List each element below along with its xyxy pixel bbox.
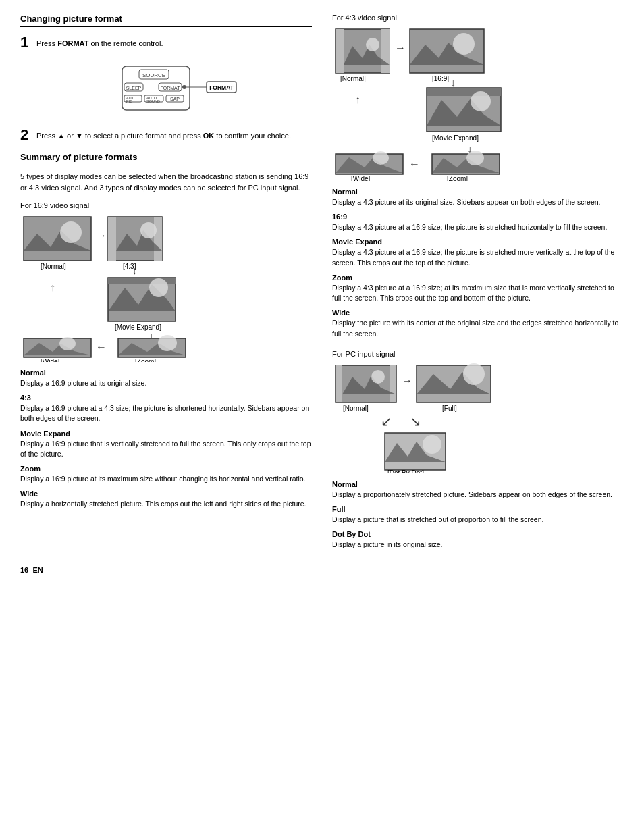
desc-169-wide: Wide Display a horizontally stretched pi… bbox=[20, 490, 312, 509]
diagram-pc-svg: [Normal] → [Full] ↙ ↘ [Dot By Dot] bbox=[332, 362, 521, 473]
svg-rect-75 bbox=[336, 365, 396, 402]
svg-point-68 bbox=[373, 151, 389, 165]
svg-text:[Wide]: [Wide] bbox=[351, 175, 371, 181]
svg-text:[Dot By Dot]: [Dot By Dot] bbox=[387, 469, 424, 473]
svg-rect-26 bbox=[154, 217, 162, 261]
page-number: 16 EN bbox=[20, 566, 624, 574]
desc-169-zoom: Zoom Display a 16:9 picture at its maxim… bbox=[20, 465, 312, 484]
step2-number: 2 bbox=[20, 128, 31, 142]
svg-text:[16:9]: [16:9] bbox=[432, 75, 449, 82]
svg-point-72 bbox=[466, 151, 484, 165]
svg-text:[Normal]: [Normal] bbox=[41, 263, 66, 270]
svg-text:[Movie Expand]: [Movie Expand] bbox=[432, 134, 479, 142]
svg-point-28 bbox=[140, 222, 157, 238]
diagram-43-svg: [Normal] → [16:9] ↑ [Movie Expand] ↓ bbox=[332, 26, 528, 181]
desc-169-normal: Normal Display a 16:9 picture at its ori… bbox=[20, 369, 312, 388]
svg-point-84 bbox=[463, 363, 485, 385]
step1-text: Press FORMAT on the remote control. bbox=[36, 35, 312, 49]
svg-text:←: ← bbox=[409, 158, 420, 170]
svg-text:SOURCE: SOURCE bbox=[142, 72, 165, 78]
desc-43-normal: Normal Display a 4:3 picture at its orig… bbox=[332, 188, 624, 207]
summary-intro: 5 types of display modes can be selected… bbox=[20, 171, 312, 193]
svg-rect-77 bbox=[390, 365, 396, 402]
step2: 2 Press ▲ or ▼ to select a picture forma… bbox=[20, 128, 312, 142]
svg-text:→: → bbox=[395, 42, 406, 53]
svg-text:[Zoom]: [Zoom] bbox=[447, 175, 468, 181]
step1-number: 1 bbox=[20, 35, 31, 50]
svg-text:←: ← bbox=[96, 341, 107, 353]
svg-text:SOUND: SOUND bbox=[146, 99, 160, 103]
section2-title: Summary of picture formats bbox=[20, 152, 312, 165]
svg-point-34 bbox=[149, 278, 168, 297]
svg-text:↘: ↘ bbox=[410, 414, 421, 429]
svg-text:[Zoom]: [Zoom] bbox=[135, 358, 156, 362]
signal-pc-label: For PC input signal bbox=[332, 350, 624, 358]
svg-point-40 bbox=[59, 337, 76, 350]
desc-169-43: 4:3 Display a 16:9 picture at a 4:3 size… bbox=[20, 394, 312, 423]
svg-text:↓: ↓ bbox=[132, 265, 137, 276]
svg-text:FORMAT: FORMAT bbox=[160, 86, 180, 90]
svg-text:SLEEP: SLEEP bbox=[126, 86, 142, 90]
svg-point-90 bbox=[423, 435, 441, 454]
diagram-43: [Normal] → [16:9] ↑ [Movie Expand] ↓ bbox=[332, 26, 624, 182]
desc-pc-normal: Normal Display a proportionately stretch… bbox=[332, 480, 624, 500]
svg-text:↓: ↓ bbox=[450, 77, 456, 88]
desc-43-zoom: Zoom Display a 4:3 picture at a 16:9 siz… bbox=[332, 273, 624, 303]
svg-point-51 bbox=[366, 38, 379, 51]
remote-illustration: SOURCE SLEEP FORMAT AUTO PIC AUTO SOUND … bbox=[41, 59, 312, 117]
diagram-pc: [Normal] → [Full] ↙ ↘ [Dot By Dot] bbox=[332, 362, 624, 475]
svg-point-79 bbox=[371, 370, 385, 384]
svg-rect-49 bbox=[381, 29, 390, 73]
svg-text:↑: ↑ bbox=[50, 282, 55, 293]
step1: 1 Press FORMAT on the remote control. bbox=[20, 35, 312, 50]
signal-43-label: For 4:3 video signal bbox=[332, 14, 624, 22]
svg-text:[Wide]: [Wide] bbox=[41, 358, 60, 362]
svg-rect-76 bbox=[336, 365, 342, 402]
svg-rect-48 bbox=[336, 29, 344, 73]
diagram-169: [Normal] → [4:3] ↑ [Movie Exp bbox=[20, 213, 312, 363]
desc-169-movieexpand: Movie Expand Display a 16:9 picture that… bbox=[20, 429, 312, 459]
svg-text:SAP: SAP bbox=[170, 97, 180, 101]
desc-43-169: 16:9 Display a 4:3 picture at a 16:9 siz… bbox=[332, 213, 624, 232]
svg-rect-60 bbox=[427, 88, 501, 96]
step2-text: Press ▲ or ▼ to select a picture format … bbox=[36, 128, 312, 142]
svg-text:[Normal]: [Normal] bbox=[340, 75, 366, 82]
svg-text:↑: ↑ bbox=[355, 94, 360, 105]
svg-point-62 bbox=[471, 91, 491, 111]
svg-text:→: → bbox=[96, 230, 107, 241]
svg-point-44 bbox=[158, 335, 177, 351]
svg-rect-25 bbox=[108, 217, 116, 261]
signal-169-label: For 16:9 video signal bbox=[20, 201, 312, 209]
remote-svg: SOURCE SLEEP FORMAT AUTO PIC AUTO SOUND … bbox=[102, 59, 250, 117]
svg-text:[Full]: [Full] bbox=[442, 405, 457, 412]
section1-title: Changing picture format bbox=[20, 14, 312, 27]
desc-43-movieexpand: Movie Expand Display a 4:3 picture at a … bbox=[332, 238, 624, 267]
svg-point-56 bbox=[453, 33, 475, 55]
desc-pc-full: Full Display a picture that is stretched… bbox=[332, 505, 624, 525]
svg-text:[Normal]: [Normal] bbox=[343, 405, 369, 412]
svg-text:PIC: PIC bbox=[126, 99, 132, 103]
svg-text:[Movie Expand]: [Movie Expand] bbox=[115, 323, 161, 331]
desc-pc-dotbydot: Dot By Dot Display a picture in its orig… bbox=[332, 530, 624, 550]
desc-43-wide: Wide Display the picture with its center… bbox=[332, 309, 624, 338]
svg-point-21 bbox=[60, 221, 82, 243]
svg-text:↙: ↙ bbox=[381, 414, 392, 429]
svg-text:→: → bbox=[402, 375, 412, 386]
diagram-169-svg: [Normal] → [4:3] ↑ [Movie Exp bbox=[20, 213, 209, 362]
svg-text:FORMAT: FORMAT bbox=[209, 84, 234, 91]
